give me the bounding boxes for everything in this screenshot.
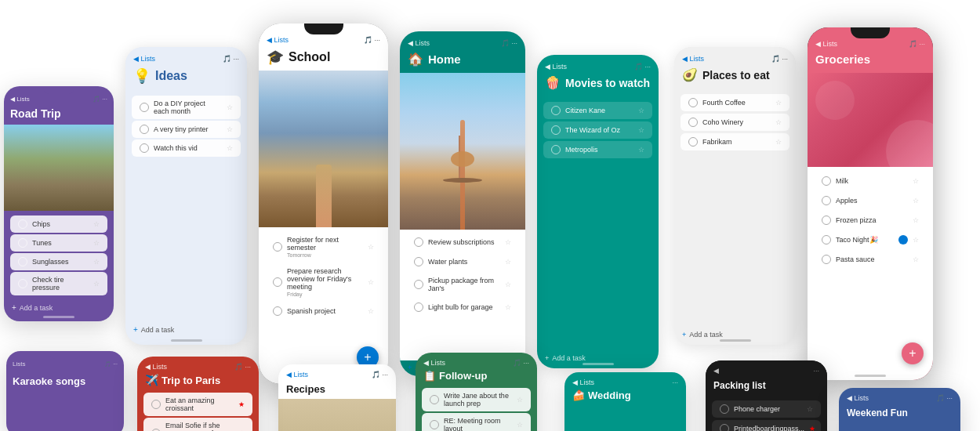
school-back[interactable]: ◀ Lists	[267, 36, 289, 44]
phone-places: ◀ Lists 🎵 ··· 🥑 Places to eat Fourth Cof…	[674, 47, 796, 345]
task-item: Review subscriptions ☆	[406, 234, 519, 251]
recipes-title: Recipes	[286, 383, 325, 395]
task-item: The Wizard of Oz ☆	[543, 121, 652, 139]
phone-karaoke: Lists 🎵 ··· Karaoke songs	[6, 351, 124, 431]
phone-movies: ◀ Lists 🎵 ··· 🍿 Movies to watch Citizen …	[537, 55, 659, 368]
karaoke-back[interactable]: Lists	[13, 360, 25, 368]
task-item: Watch this vid ☆	[132, 139, 241, 157]
packing-back[interactable]: ◀	[713, 367, 719, 375]
school-title: School	[289, 50, 330, 64]
phone-ideas: ◀ Lists 🎵 ··· 💡 Ideas Do a DIY project e…	[125, 47, 247, 345]
task-item: Do a DIY project each month ☆	[132, 96, 241, 119]
task-item: Citizen Kane ☆	[543, 102, 652, 119]
task-item: Eat an amazing croissant ★	[143, 393, 252, 416]
task-item: Light bulb for garage ☆	[406, 299, 519, 316]
task-item: Taco Night🎉 ☆	[814, 231, 927, 248]
task-item: Sunglasses ☆	[10, 253, 107, 270]
task-item: Pasta sauce ☆	[814, 251, 927, 268]
task-item: Spanish project ☆	[265, 302, 382, 320]
task-item: Fourth Coffee ☆	[681, 94, 789, 111]
task-item: Register for next semester Tomorrow ☆	[265, 232, 382, 262]
trip-back[interactable]: ◀ Lists	[145, 363, 167, 371]
recipes-back[interactable]: ◀ Lists	[286, 371, 308, 378]
places-title: Places to eat	[702, 69, 770, 81]
phone-weekend: ◀ Lists 🎵 ··· Weekend Fun	[839, 388, 960, 431]
phone-groceries: ◀ Lists 🎵 ··· Groceries Milk ☆	[808, 27, 933, 380]
groceries-fab[interactable]: +	[902, 342, 924, 364]
places-back[interactable]: ◀ Lists	[682, 55, 704, 63]
roadtrip-add-task[interactable]: + Add a task	[4, 299, 114, 317]
phone-wedding: ◀ Lists ··· 🍰 Wedding	[564, 372, 686, 431]
task-item: Phone charger ☆	[712, 400, 821, 418]
task-item: Apples ☆	[814, 192, 927, 209]
task-item: Milk ☆	[814, 172, 927, 190]
task-item: Write Jane about the launch prep ☆	[422, 388, 531, 411]
karaoke-title: Karaoke songs	[13, 375, 85, 387]
scene: Lists 🎵 ··· Karaoke songs ◀ Lists 🎵 ··· …	[0, 0, 980, 431]
task-item: Email Sofie if she wants to meet for cof…	[143, 418, 252, 431]
task-item: Check tire pressure ☆	[10, 272, 107, 295]
task-item: Printedboardingpass... ★	[712, 420, 821, 431]
task-item: A very tiny printer ☆	[132, 121, 241, 138]
task-item: Metropolis ☆	[543, 141, 652, 158]
task-item: Fabrikam ☆	[681, 133, 789, 150]
task-item: Tunes ☆	[10, 234, 107, 252]
weekend-title: Weekend Fun	[847, 407, 908, 418]
home-title: Home	[428, 53, 461, 66]
phone-school: ◀ Lists 🎵 ··· 🎓 School Register for next…	[259, 24, 388, 384]
groceries-title: Groceries	[815, 53, 870, 66]
task-item: Chips ☆	[10, 216, 107, 233]
task-item: RE: Meeting room layout ☆	[422, 413, 531, 431]
task-item: Pickup package from Jan's ☆	[406, 273, 519, 296]
packing-title: Packing list	[713, 380, 766, 391]
wedding-title: Wedding	[588, 389, 631, 401]
followup-back[interactable]: ◀ Lists	[423, 359, 445, 367]
places-add-task[interactable]: + Add a task	[674, 328, 796, 345]
groceries-back[interactable]: ◀ Lists	[815, 40, 837, 48]
roadtrip-back[interactable]: ◀ Lists	[10, 96, 30, 103]
wedding-back[interactable]: ◀ Lists	[572, 378, 594, 386]
phone-trip: ◀ Lists 🎵 ··· ✈️ Trip to Paris Eat an am…	[137, 357, 259, 431]
task-item: Water plants ☆	[406, 253, 519, 270]
movies-add-task[interactable]: + Add a task	[537, 351, 659, 368]
task-item: Coho Winery ☆	[681, 114, 789, 131]
ideas-title: Ideas	[155, 69, 187, 83]
phone-packing: ◀ ··· Packing list Phone charger ☆ Print…	[706, 360, 827, 431]
trip-title: Trip to Paris	[162, 375, 220, 386]
ideas-add-task[interactable]: + Add a task	[125, 321, 247, 339]
task-item: Frozen pizza ☆	[814, 212, 927, 229]
home-back[interactable]: ◀ Lists	[408, 39, 430, 47]
task-item: Prepare research overview for Friday's m…	[265, 263, 382, 301]
weekend-back[interactable]: ◀ Lists	[847, 394, 869, 402]
movies-title: Movies to watch	[565, 77, 650, 89]
phone-home: ◀ Lists 🎵 ··· 🏠 Home Review subscri	[400, 31, 525, 376]
phone-followup: ◀ Lists 🎵 ··· 📋 Follow-up Write Jane abo…	[416, 353, 537, 431]
phone-road-trip: ◀ Lists 🎵 ··· Road Trip Chips ☆ Tunes ☆	[4, 86, 114, 321]
movies-back[interactable]: ◀ Lists	[545, 63, 567, 71]
roadtrip-title: Road Trip	[10, 107, 61, 120]
ideas-back[interactable]: ◀ Lists	[133, 55, 155, 63]
followup-title: Follow-up	[439, 370, 487, 382]
phone-recipes: ◀ Lists 🎵 ··· Recipes	[278, 364, 396, 431]
